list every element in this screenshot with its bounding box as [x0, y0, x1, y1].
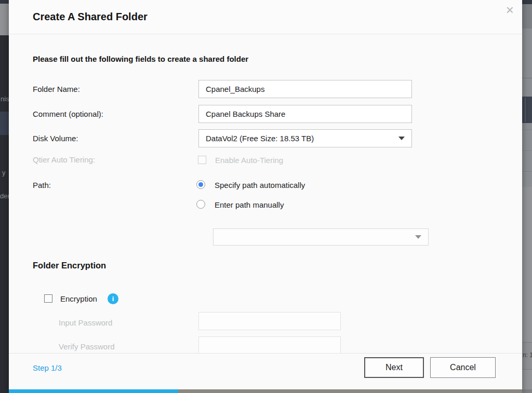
specify-path-automatically-label: Specify path automatically [215, 181, 305, 189]
background-sidebar-text-fragment: nis [1, 95, 9, 103]
wizard-progress-fill [9, 389, 178, 393]
background-titlebar-right [522, 0, 532, 4]
background-titlebar-left [0, 0, 9, 4]
enable-auto-tiering-checkbox [198, 156, 206, 164]
background-sidebar-text-fragment: der [0, 192, 9, 200]
background-status-text-fragment: n: 1 [523, 351, 532, 359]
background-table-selected-row [522, 97, 532, 123]
comment-label: Comment (optional): [33, 110, 103, 118]
disk-volume-selected-value: DataVol2 (Free Size: 18.53 TB) [206, 134, 314, 143]
folder-name-label: Folder Name: [33, 85, 80, 93]
background-toolbar-right [522, 4, 532, 29]
radio-dot [198, 182, 203, 187]
background-panel: n: 1 [522, 0, 532, 393]
dialog-title: Create A Shared Folder [33, 11, 148, 23]
encryption-label: Encryption [60, 294, 97, 303]
background-table-row [522, 172, 532, 187]
specify-path-automatically-radio[interactable] [196, 180, 205, 189]
cancel-button[interactable]: Cancel [430, 357, 496, 378]
background-table-row [522, 152, 532, 172]
chevron-down-icon [398, 137, 405, 140]
verify-password-label: Verify Password [59, 342, 115, 351]
background-sidebar-text-fragment: y [2, 169, 6, 177]
info-icon[interactable]: i [108, 293, 118, 304]
encryption-checkbox[interactable] [44, 294, 52, 303]
input-password-label: Input Password [59, 318, 112, 327]
verify-password-field [198, 336, 341, 355]
wizard-progress-bar [9, 389, 522, 393]
create-shared-folder-dialog: Create A Shared Folder × Please fill out… [9, 0, 522, 393]
path-label: Path: [33, 181, 51, 189]
enable-auto-tiering-label: Enable Auto-Tiering [215, 156, 283, 165]
background-table-row [522, 123, 532, 130]
dialog-footer: Step 1/3 Next Cancel [9, 353, 522, 389]
background-table-header [522, 29, 532, 78]
step-indicator: Step 1/3 [33, 363, 62, 372]
background-sidebar-selected-row [0, 112, 9, 135]
qtier-label: Qtier Auto Tiering: [33, 155, 95, 164]
manual-path-select [213, 228, 429, 246]
comment-input[interactable] [198, 105, 412, 123]
folder-encryption-heading: Folder Encryption [33, 261, 106, 270]
next-button[interactable]: Next [364, 357, 424, 378]
enter-path-manually-radio[interactable] [196, 200, 205, 209]
enter-path-manually-label: Enter path manually [215, 200, 284, 209]
background-toolbar-left [0, 4, 9, 35]
chevron-down-icon [415, 235, 421, 239]
background-statusbar: n: 1 [522, 342, 532, 370]
background-sidebar: nis y der [0, 0, 9, 393]
folder-name-input[interactable] [198, 80, 412, 98]
disk-volume-label: Disk Volume: [33, 134, 78, 143]
screen: nis y der n: 1 Create A Shared Folder × … [0, 0, 532, 393]
disk-volume-select[interactable]: DataVol2 (Free Size: 18.53 TB) [198, 129, 412, 147]
close-icon[interactable]: × [506, 3, 514, 17]
background-table-strip [522, 79, 532, 97]
background-table-row [522, 131, 532, 151]
dialog-header: Create A Shared Folder × [9, 0, 522, 34]
input-password-field [198, 312, 341, 330]
dialog-instructions: Please fill out the following fields to … [33, 55, 248, 63]
background-footer-strip [522, 389, 532, 393]
